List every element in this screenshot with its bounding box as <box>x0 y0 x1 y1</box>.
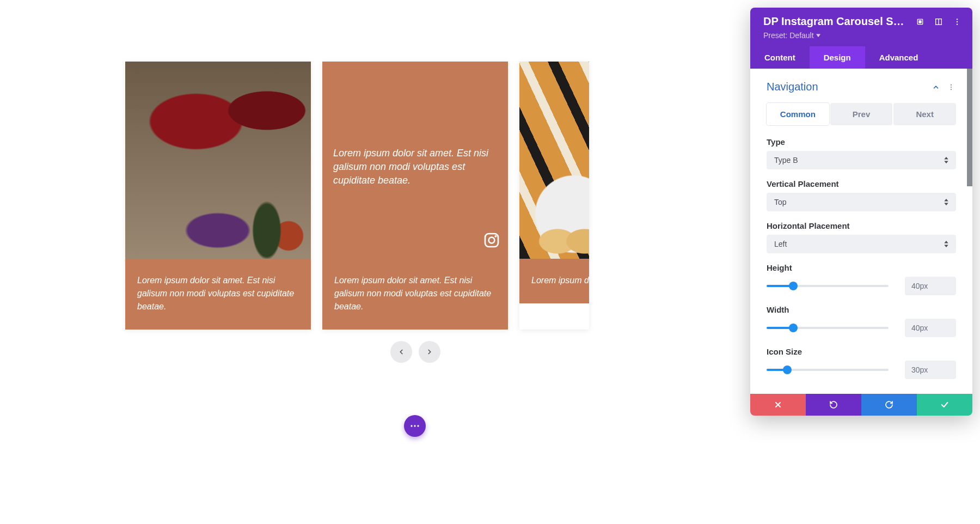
carousel-nav <box>390 341 440 363</box>
more-icon[interactable] <box>952 16 963 27</box>
select-vertical[interactable]: Top <box>767 193 956 211</box>
settings-panel: DP Instagram Carousel Setti… Preset: Def… <box>750 8 972 416</box>
svg-point-3 <box>411 425 412 426</box>
slider-icon-size[interactable] <box>767 369 889 371</box>
tab-advanced[interactable]: Advanced <box>865 46 972 69</box>
redo-button[interactable] <box>861 394 917 416</box>
card-image-basket <box>125 62 311 259</box>
select-horizontal[interactable]: Left <box>767 235 956 253</box>
svg-marker-20 <box>944 203 948 206</box>
tab-design[interactable]: Design <box>810 46 865 69</box>
subtab-prev[interactable]: Prev <box>830 103 893 125</box>
card-image-plaid <box>519 62 589 259</box>
svg-point-12 <box>957 23 958 25</box>
svg-marker-22 <box>944 245 948 248</box>
select-vertical-value: Top <box>774 198 787 206</box>
svg-marker-19 <box>944 199 948 202</box>
svg-marker-21 <box>944 241 948 243</box>
carousel-card[interactable]: Lorem ipsum dolor sit amet. Est nisi gal… <box>125 62 311 330</box>
svg-point-16 <box>951 89 952 90</box>
label-type: Type <box>767 137 956 147</box>
svg-point-1 <box>489 237 495 243</box>
svg-marker-18 <box>944 161 948 164</box>
panel-footer <box>750 394 972 416</box>
scrollbar-thumb[interactable] <box>967 69 972 186</box>
label-vertical: Vertical Placement <box>767 179 956 188</box>
section-title: Navigation <box>767 81 818 93</box>
height-value[interactable]: 40px <box>905 277 956 295</box>
card-caption: Lorem ipsum dolor sit amet. Est nisi gal… <box>125 259 311 330</box>
card-caption: Lorem ipsum dolor sit amet. Est nisi gal… <box>519 259 589 303</box>
preset-dropdown[interactable]: Preset: Default <box>763 31 963 40</box>
icon-size-value[interactable]: 30px <box>905 361 956 379</box>
subtabs: Common Prev Next <box>767 103 956 125</box>
carousel-track: Lorem ipsum dolor sit amet. Est nisi gal… <box>125 62 589 330</box>
svg-point-4 <box>414 425 415 426</box>
svg-point-10 <box>957 19 958 20</box>
label-icon-size: Icon Size <box>767 347 956 356</box>
snap-columns-icon[interactable] <box>933 16 944 27</box>
svg-marker-13 <box>816 34 820 38</box>
undo-button[interactable] <box>806 394 861 416</box>
overlay-text: Lorem ipsum dolor sit amet. Est nisi gal… <box>333 147 497 188</box>
subtab-next[interactable]: Next <box>893 103 956 125</box>
svg-point-11 <box>957 21 958 22</box>
card-caption: Lorem ipsum dolor sit amet. Est nisi gal… <box>322 259 508 330</box>
prev-button[interactable] <box>390 341 412 363</box>
card-image-overlay: Lorem ipsum dolor sit amet. Est nisi gal… <box>322 62 508 259</box>
select-horizontal-value: Left <box>774 240 787 248</box>
svg-point-2 <box>495 236 496 236</box>
expand-icon[interactable] <box>915 16 926 27</box>
label-width: Width <box>767 305 956 314</box>
slider-height[interactable] <box>767 285 889 287</box>
cancel-button[interactable] <box>750 394 806 416</box>
svg-rect-7 <box>919 21 921 23</box>
svg-point-5 <box>417 425 419 426</box>
builder-fab[interactable] <box>404 415 426 437</box>
width-value[interactable]: 40px <box>905 319 956 337</box>
next-button[interactable] <box>419 341 440 363</box>
slider-width[interactable] <box>767 327 889 329</box>
select-type[interactable]: Type B <box>767 151 956 169</box>
svg-marker-17 <box>944 157 948 160</box>
panel-body: Navigation Common Prev Next Type Type B … <box>750 69 972 394</box>
instagram-icon[interactable] <box>483 231 500 251</box>
svg-point-14 <box>951 84 952 85</box>
panel-title: DP Instagram Carousel Setti… <box>763 15 907 28</box>
carousel-card[interactable]: Lorem ipsum dolor sit amet. Est nisi gal… <box>519 62 589 330</box>
carousel-card[interactable]: Lorem ipsum dolor sit amet. Est nisi gal… <box>322 62 508 330</box>
panel-tabs: Content Design Advanced <box>750 46 972 69</box>
label-height: Height <box>767 263 956 272</box>
select-type-value: Type B <box>774 156 798 164</box>
svg-point-15 <box>951 86 952 87</box>
tab-content[interactable]: Content <box>750 46 810 69</box>
section-more-icon[interactable] <box>946 82 956 92</box>
collapse-icon[interactable] <box>931 82 941 92</box>
save-button[interactable] <box>917 394 972 416</box>
preset-label: Preset: Default <box>763 31 814 40</box>
label-horizontal: Horizontal Placement <box>767 221 956 230</box>
panel-header: DP Instagram Carousel Setti… Preset: Def… <box>750 8 972 46</box>
subtab-common[interactable]: Common <box>767 103 829 125</box>
